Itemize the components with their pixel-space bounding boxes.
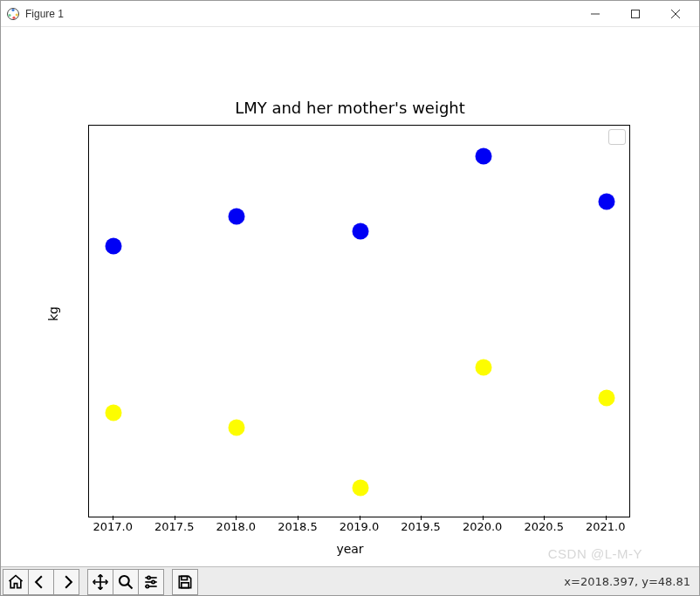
data-point — [106, 404, 122, 421]
svg-rect-6 — [632, 10, 640, 17]
data-point — [106, 238, 122, 255]
window-close-button[interactable] — [655, 1, 696, 27]
x-tick-label: 2019.0 — [340, 520, 380, 533]
window-title: Figure 1 — [25, 8, 64, 20]
svg-point-2 — [16, 13, 18, 16]
svg-point-14 — [152, 580, 154, 583]
plot-area[interactable] — [88, 125, 630, 517]
watermark: CSDN @L-M-Y — [548, 546, 642, 561]
svg-line-10 — [128, 584, 133, 588]
cursor-coordinates: x=2018.397, y=48.81 — [564, 575, 697, 588]
x-tick-label: 2019.5 — [401, 520, 441, 533]
data-point — [598, 193, 614, 209]
legend-box[interactable] — [608, 129, 626, 145]
data-point — [229, 208, 245, 224]
configure-subplots-button[interactable] — [138, 569, 164, 595]
window-minimize-button[interactable] — [575, 1, 615, 27]
data-point — [229, 420, 245, 436]
chart-title: LMY and her mother's weight — [1, 99, 699, 117]
svg-point-1 — [11, 8, 14, 10]
x-tick-label: 2018.0 — [216, 520, 257, 533]
x-tick-label: 2020.5 — [524, 520, 564, 533]
x-axis-ticks: 2017.02017.52018.02018.52019.02019.52020… — [88, 520, 630, 538]
back-button[interactable] — [28, 569, 54, 595]
svg-point-4 — [12, 16, 15, 18]
svg-rect-18 — [182, 582, 189, 587]
app-icon — [6, 7, 20, 21]
matplotlib-toolbar: x=2018.397, y=48.81 — [1, 566, 699, 596]
data-point — [475, 359, 491, 375]
x-tick-label: 2017.0 — [93, 520, 133, 533]
window-titlebar: Figure 1 — [1, 1, 699, 27]
svg-rect-17 — [182, 576, 188, 579]
svg-point-16 — [146, 585, 148, 587]
zoom-button[interactable] — [113, 569, 139, 595]
pan-button[interactable] — [87, 569, 113, 595]
y-axis-label: kg — [46, 306, 60, 321]
data-point — [352, 480, 368, 497]
x-tick-label: 2017.5 — [154, 520, 195, 533]
home-button[interactable] — [3, 569, 29, 595]
figure-canvas[interactable]: LMY and her mother's weight kg 2017.0201… — [1, 27, 699, 566]
x-tick-label: 2020.0 — [463, 520, 503, 533]
forward-button[interactable] — [53, 569, 79, 595]
svg-point-12 — [148, 576, 150, 579]
x-tick-label: 2021.0 — [586, 520, 626, 533]
save-button[interactable] — [172, 569, 198, 595]
window-maximize-button[interactable] — [615, 1, 655, 27]
x-tick-label: 2018.5 — [278, 520, 318, 533]
svg-point-9 — [120, 575, 129, 585]
data-point — [475, 147, 491, 164]
data-point — [352, 223, 368, 240]
svg-point-3 — [8, 13, 10, 16]
data-point — [598, 389, 614, 406]
